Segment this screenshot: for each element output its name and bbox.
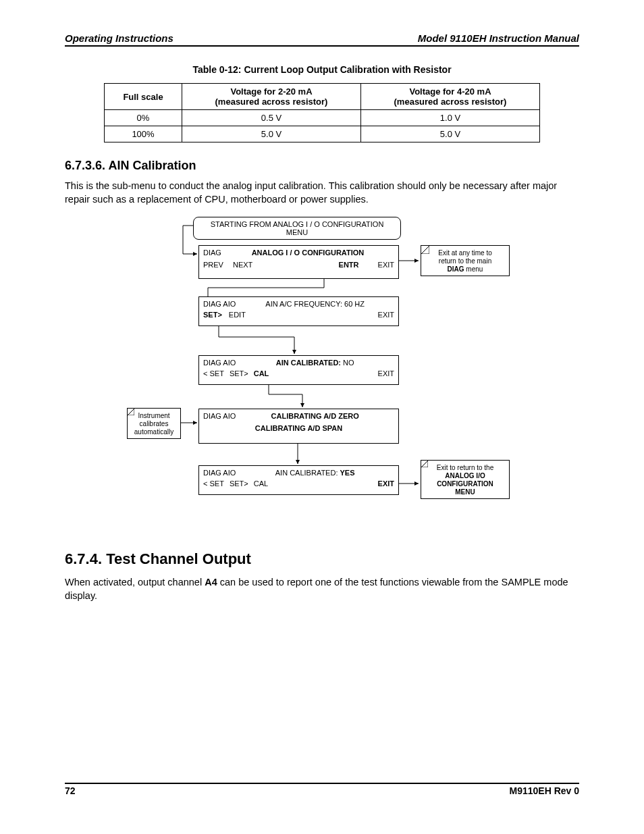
s5-left: DIAG AIO: [203, 469, 236, 477]
note-l2: return to the main: [439, 257, 491, 265]
s4-line2: CALIBRATING A/D SPAN: [255, 424, 342, 432]
s3-cal: CAL: [254, 369, 269, 377]
th-v420-l1: Voltage for 4-20 mA: [409, 86, 491, 97]
th-fullscale: Full scale: [105, 84, 182, 110]
s1-entr: ENTR: [339, 261, 359, 269]
flow-start: STARTING FROM ANALOG I / O CONFIGURATION…: [193, 217, 401, 240]
header-left: Operating Instructions: [65, 32, 173, 44]
nr2-l3: CONFIGURATION: [437, 480, 493, 488]
para-test-channel: When activated, output channel A4 can be…: [65, 576, 579, 602]
th-v420-l2: (measured across resistor): [394, 97, 507, 107]
flow-diagram: STARTING FROM ANALOG I / O CONFIGURATION…: [65, 217, 579, 534]
s2-left: DIAG AIO: [203, 300, 236, 308]
page-footer: 72 M9110EH Rev 0: [65, 783, 579, 796]
s3-left: DIAG AIO: [203, 359, 236, 367]
s4-line1: CALIBRATING A/D ZERO: [236, 412, 394, 420]
page-header: Operating Instructions Model 9110EH Inst…: [65, 32, 579, 47]
note-exit-anytime: Exit at any time to return to the main D…: [421, 245, 510, 276]
table-caption: Table 0-12: Current Loop Output Calibrat…: [65, 64, 579, 75]
note-auto-calibrate: Instrument calibrates automatically: [127, 408, 181, 439]
nl-l2: calibrates: [140, 420, 169, 427]
note-l3: DIAG menu: [448, 265, 483, 273]
th-v220-l2: (measured across resistor): [215, 97, 328, 107]
s4-left: DIAG AIO: [203, 412, 236, 420]
s2-set: SET>: [203, 311, 222, 319]
para-ain: This is the sub-menu to conduct the anal…: [65, 180, 579, 206]
p2-pre: When activated, output channel: [65, 577, 205, 588]
flow-step-1: DIAG ANALOG I / O CONFIGURATION PREV NEX…: [198, 245, 399, 279]
s3-title: AIN CALIBRATED: NO: [236, 359, 394, 367]
cell: 0%: [105, 110, 182, 126]
footer-page: 72: [65, 785, 76, 796]
flow-start-text: STARTING FROM ANALOG I / O CONFIGURATION…: [211, 220, 384, 236]
s1-exit: EXIT: [378, 261, 394, 269]
s5-exit: EXIT: [378, 479, 394, 488]
heading-test-channel: 6.7.4. Test Channel Output: [65, 550, 579, 568]
fold-icon: [421, 461, 428, 467]
flow-step-3: DIAG AIO AIN CALIBRATED: NO < SET SET> C…: [198, 355, 399, 385]
p2-bold: A4: [205, 577, 217, 588]
s3-exit: EXIT: [378, 369, 394, 377]
cell: 1.0 V: [361, 110, 540, 126]
fold-icon: [128, 409, 134, 415]
s3-set: SET>: [230, 369, 248, 377]
cell: 0.5 V: [182, 110, 361, 126]
table-row: 0% 0.5 V 1.0 V: [105, 110, 540, 126]
calibration-table: Full scale Voltage for 2-20 mA (measured…: [104, 83, 540, 142]
footer-rev: M9110EH Rev 0: [509, 785, 579, 796]
note-l1: Exit at any time to: [438, 249, 491, 257]
note-exit-return: Exit to return to the ANALOG I/O CONFIGU…: [421, 460, 510, 499]
cell: 5.0 V: [182, 126, 361, 142]
s1-next: NEXT: [233, 261, 252, 269]
flow-step-4: DIAG AIO CALIBRATING A/D ZERO CALIBRATIN…: [198, 409, 399, 444]
s5-lset: < SET: [203, 479, 224, 488]
th-v420: Voltage for 4-20 mA (measured across res…: [361, 84, 540, 110]
table-row: 100% 5.0 V 5.0 V: [105, 126, 540, 142]
s1-title: ANALOG I / O CONFIGURATION: [221, 249, 394, 257]
s5-set: SET>: [230, 479, 248, 488]
nr2-l2: ANALOG I/O: [445, 472, 485, 479]
s5-cal: CAL: [254, 479, 268, 488]
heading-ain-calibration: 6.7.3.6. AIN Calibration: [65, 159, 579, 173]
fold-icon: [421, 246, 429, 254]
s2-exit: EXIT: [378, 311, 394, 319]
s5-title: AIN CALIBRATED: YES: [236, 469, 394, 477]
th-v220: Voltage for 2-20 mA (measured across res…: [182, 84, 361, 110]
th-v220-l1: Voltage for 2-20 mA: [230, 86, 312, 97]
nr2-l4: MENU: [455, 488, 475, 496]
cell: 5.0 V: [361, 126, 540, 142]
flow-step-2: DIAG AIO AIN A/C FREQUENCY: 60 HZ SET> E…: [198, 296, 399, 326]
flow-step-5: DIAG AIO AIN CALIBRATED: YES < SET SET> …: [198, 465, 399, 495]
s1-prev: PREV: [203, 261, 223, 269]
cell: 100%: [105, 126, 182, 142]
nr2-l1: Exit to return to the: [437, 464, 494, 471]
s3-lset: < SET: [203, 369, 224, 377]
nl-l1: Instrument: [138, 412, 169, 419]
s2-edit: EDIT: [229, 311, 246, 319]
nl-l3: automatically: [134, 428, 173, 436]
s2-title: AIN A/C FREQUENCY: 60 HZ: [236, 300, 394, 308]
s1-left: DIAG: [203, 249, 221, 257]
page: Operating Instructions Model 9110EH Inst…: [0, 0, 644, 834]
header-right: Model 9110EH Instruction Manual: [418, 32, 579, 44]
